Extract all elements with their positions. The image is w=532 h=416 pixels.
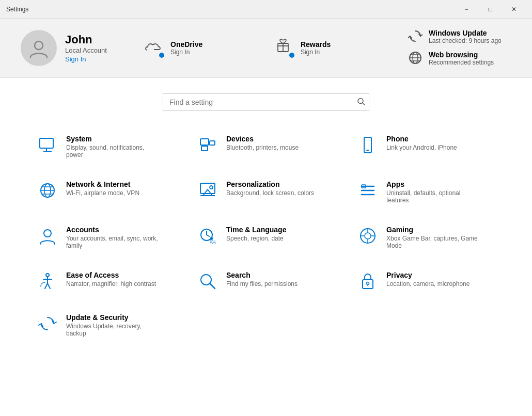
svg-rect-10 — [40, 138, 53, 148]
search-bar — [163, 93, 369, 111]
system-text: System Display, sound, notifications, po… — [66, 135, 159, 158]
setting-system[interactable]: System Display, sound, notifications, po… — [31, 126, 181, 167]
system-desc: Display, sound, notifications, power — [66, 144, 159, 158]
minimize-button[interactable]: − — [455, 0, 478, 19]
network-text: Network & Internet Wi-Fi, airplane mode,… — [66, 180, 139, 197]
rewards-icon — [275, 38, 294, 58]
gaming-text: Gaming Xbox Game Bar, captures, Game Mod… — [386, 226, 479, 249]
user-info: John Local Account Sign In — [65, 33, 107, 63]
onedrive-badge — [158, 52, 165, 59]
personalization-icon — [197, 180, 218, 201]
services-section: OneDrive Sign In Rewards Sign In — [145, 38, 387, 58]
account-type: Local Account — [65, 46, 107, 54]
web-browsing-name: Web browsing — [429, 51, 494, 59]
rewards-badge — [288, 52, 295, 59]
setting-search[interactable]: Search Find my files, permissions — [191, 263, 341, 300]
updates-section: Windows Update Last checked: 9 hours ago… — [408, 29, 511, 67]
time-icon: A A — [197, 226, 218, 246]
update-name: Update & Security — [66, 313, 159, 322]
search-setting-name: Search — [226, 271, 298, 279]
close-button[interactable]: ✕ — [502, 0, 526, 19]
apps-text: Apps Uninstall, defaults, optional featu… — [386, 180, 479, 204]
windows-update-text: Windows Update Last checked: 9 hours ago — [429, 29, 502, 44]
windows-update-item[interactable]: Windows Update Last checked: 9 hours ago — [408, 29, 511, 45]
ease-name: Ease of Access — [66, 271, 156, 279]
web-browsing-text: Web browsing Recommended settings — [429, 51, 494, 66]
privacy-text: Privacy Location, camera, microphone — [386, 271, 470, 287]
rewards-service[interactable]: Rewards Sign In — [275, 38, 387, 58]
setting-devices[interactable]: Devices Bluetooth, printers, mouse — [191, 126, 341, 167]
apps-desc: Uninstall, defaults, optional features — [386, 189, 479, 204]
setting-ease[interactable]: Ease of Access Narrator, magnifier, high… — [31, 263, 181, 300]
search-input[interactable] — [163, 93, 369, 111]
svg-rect-13 — [200, 139, 209, 145]
svg-text:A: A — [212, 239, 216, 245]
maximize-button[interactable]: □ — [478, 0, 502, 19]
gaming-icon — [357, 226, 378, 246]
windows-update-icon — [408, 29, 423, 45]
system-icon — [37, 135, 58, 155]
devices-text: Devices Bluetooth, printers, mouse — [226, 135, 299, 151]
search-setting-desc: Find my files, permissions — [226, 280, 298, 287]
setting-accounts[interactable]: Accounts Your accounts, email, sync, wor… — [31, 217, 181, 258]
apps-icon — [357, 180, 378, 201]
svg-rect-46 — [363, 280, 373, 289]
search-button[interactable] — [357, 98, 365, 107]
ease-desc: Narrator, magnifier, high contrast — [66, 280, 156, 287]
phone-desc: Link your Android, iPhone — [386, 144, 457, 151]
svg-line-34 — [207, 235, 209, 236]
sign-in-link[interactable]: Sign In — [65, 55, 86, 63]
user-name: John — [65, 33, 107, 46]
setting-time[interactable]: A A Time & Language Speech, region, date — [191, 217, 341, 258]
svg-point-25 — [210, 186, 213, 189]
app-title: Settings — [6, 6, 28, 13]
svg-point-38 — [365, 233, 371, 239]
devices-name: Devices — [226, 135, 299, 143]
apps-name: Apps — [386, 180, 479, 188]
network-icon — [37, 180, 58, 201]
setting-personalization[interactable]: Personalization Background, lock screen,… — [191, 172, 341, 212]
windows-update-desc: Last checked: 9 hours ago — [429, 37, 502, 44]
setting-phone[interactable]: Phone Link your Android, iPhone — [351, 126, 501, 167]
ease-icon — [37, 271, 58, 292]
time-name: Time & Language — [226, 226, 286, 234]
setting-network[interactable]: Network & Internet Wi-Fi, airplane mode,… — [31, 172, 181, 212]
rewards-action: Sign In — [301, 49, 331, 56]
onedrive-icon — [145, 38, 164, 58]
svg-point-0 — [35, 41, 43, 50]
windows-update-name: Windows Update — [429, 29, 502, 37]
setting-privacy[interactable]: Privacy Location, camera, microphone — [351, 263, 501, 300]
web-browsing-icon — [408, 51, 423, 67]
phone-icon — [357, 135, 378, 155]
personalization-desc: Background, lock screen, colors — [226, 189, 314, 197]
setting-update[interactable]: Update & Security Windows Update, recove… — [31, 305, 181, 345]
titlebar: Settings − □ ✕ — [0, 0, 532, 19]
web-browsing-item[interactable]: Web browsing Recommended settings — [408, 51, 511, 67]
system-name: System — [66, 135, 159, 143]
phone-name: Phone — [386, 135, 457, 143]
update-text: Update & Security Windows Update, recove… — [66, 313, 159, 337]
setting-apps[interactable]: Apps Uninstall, defaults, optional featu… — [351, 172, 501, 212]
privacy-icon — [357, 271, 378, 292]
devices-icon — [197, 135, 218, 155]
personalization-name: Personalization — [226, 180, 314, 188]
network-name: Network & Internet — [66, 180, 139, 188]
accounts-desc: Your accounts, email, sync, work, family — [66, 235, 159, 249]
window-controls: − □ ✕ — [455, 0, 526, 19]
search-setting-text: Search Find my files, permissions — [226, 271, 298, 287]
phone-text: Phone Link your Android, iPhone — [386, 135, 457, 151]
search-setting-icon — [197, 271, 218, 292]
onedrive-service[interactable]: OneDrive Sign In — [145, 38, 259, 58]
rewards-text: Rewards Sign In — [301, 40, 331, 56]
onedrive-name: OneDrive — [170, 40, 202, 49]
gaming-name: Gaming — [386, 226, 479, 234]
svg-point-31 — [44, 230, 51, 237]
main-content: System Display, sound, notifications, po… — [0, 78, 532, 416]
setting-gaming[interactable]: Gaming Xbox Game Bar, captures, Game Mod… — [351, 217, 501, 258]
network-desc: Wi-Fi, airplane mode, VPN — [66, 189, 139, 197]
avatar — [21, 30, 57, 66]
onedrive-text: OneDrive Sign In — [170, 40, 202, 56]
personalization-text: Personalization Background, lock screen,… — [226, 180, 314, 197]
time-text: Time & Language Speech, region, date — [226, 226, 286, 242]
onedrive-action: Sign In — [170, 49, 202, 56]
